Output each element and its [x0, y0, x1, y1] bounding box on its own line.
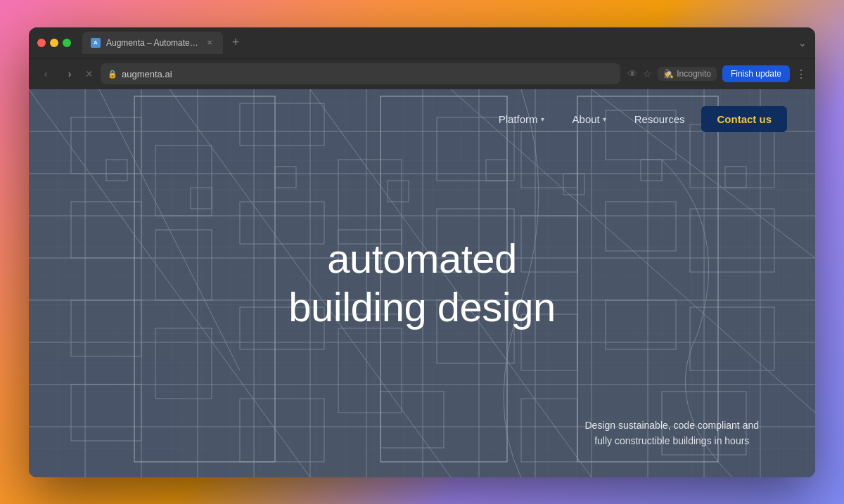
browser-window: A Augmenta – Automated buil… ✕ + ⌄ ‹ › ✕…: [29, 27, 815, 477]
lock-icon: 🔒: [108, 70, 117, 79]
website-content: Platform ▾ About ▾ Resources Contact us …: [29, 89, 815, 477]
address-actions: 👁 ☆ 🕵 Incognito Finish update ⋮: [627, 65, 807, 82]
platform-nav-link[interactable]: Platform ▾: [487, 108, 556, 131]
bookmark-icon[interactable]: ☆: [643, 68, 652, 79]
svg-rect-56: [191, 188, 212, 209]
minimize-button[interactable]: [50, 39, 58, 47]
contact-button[interactable]: Contact us: [701, 106, 787, 132]
incognito-badge: 🕵 Incognito: [658, 67, 717, 81]
about-label: About: [573, 113, 600, 125]
svg-rect-59: [486, 160, 507, 181]
svg-rect-45: [338, 328, 402, 413]
url-bar[interactable]: 🔒 augmenta.ai: [101, 63, 620, 84]
hero-content: automated building design: [29, 234, 815, 332]
chevron-right-icon: ⌄: [798, 37, 807, 49]
svg-rect-60: [563, 174, 584, 195]
eye-off-icon[interactable]: 👁: [627, 68, 637, 79]
tab-bar: A Augmenta – Automated buil… ✕ +: [82, 32, 793, 54]
svg-rect-58: [388, 181, 409, 202]
site-navigation: Platform ▾ About ▾ Resources Contact us: [29, 89, 815, 149]
back-button[interactable]: ‹: [37, 65, 54, 82]
url-text: augmenta.ai: [122, 69, 172, 79]
traffic-lights: [37, 39, 71, 47]
resources-label: Resources: [634, 113, 685, 125]
platform-chevron-icon: ▾: [541, 115, 544, 123]
reload-button[interactable]: ✕: [85, 68, 94, 79]
maximize-button[interactable]: [63, 39, 71, 47]
svg-rect-50: [71, 385, 141, 441]
incognito-icon: 🕵: [663, 69, 674, 79]
address-bar: ‹ › ✕ 🔒 augmenta.ai 👁 ☆ 🕵 Incognito Fini…: [29, 58, 815, 89]
svg-rect-51: [240, 399, 324, 462]
svg-rect-57: [275, 167, 296, 188]
svg-rect-62: [725, 167, 746, 188]
close-button[interactable]: [37, 39, 46, 47]
svg-rect-43: [155, 328, 212, 399]
menu-dots-icon[interactable]: ⋮: [795, 67, 807, 81]
svg-rect-27: [155, 146, 212, 216]
incognito-label: Incognito: [677, 69, 711, 79]
tab-title: Augmenta – Automated buil…: [106, 38, 199, 48]
hero-subtitle-text: Design sustainable, code compliant andfu…: [585, 420, 760, 446]
hero-subtitle: Design sustainable, code compliant andfu…: [585, 418, 760, 449]
finish-update-button[interactable]: Finish update: [722, 65, 790, 82]
hero-title-line2: building design: [288, 285, 555, 330]
svg-rect-53: [521, 399, 577, 462]
about-nav-link[interactable]: About ▾: [561, 108, 618, 131]
tab-close-button[interactable]: ✕: [205, 38, 215, 48]
hero-title-line1: automated: [327, 235, 517, 281]
svg-rect-61: [641, 160, 662, 181]
forward-button[interactable]: ›: [61, 65, 78, 82]
tab-favicon: A: [91, 38, 101, 48]
contact-label: Contact us: [717, 113, 772, 125]
finish-update-label: Finish update: [731, 69, 781, 79]
about-chevron-icon: ▾: [603, 115, 606, 123]
platform-label: Platform: [499, 113, 538, 125]
hero-title: automated building design: [29, 234, 815, 332]
svg-rect-55: [106, 160, 127, 181]
active-tab[interactable]: A Augmenta – Automated buil… ✕: [82, 32, 223, 54]
new-tab-button[interactable]: +: [226, 33, 245, 53]
svg-rect-52: [381, 392, 444, 448]
title-bar: A Augmenta – Automated buil… ✕ + ⌄: [29, 27, 815, 58]
resources-nav-link[interactable]: Resources: [623, 108, 696, 131]
